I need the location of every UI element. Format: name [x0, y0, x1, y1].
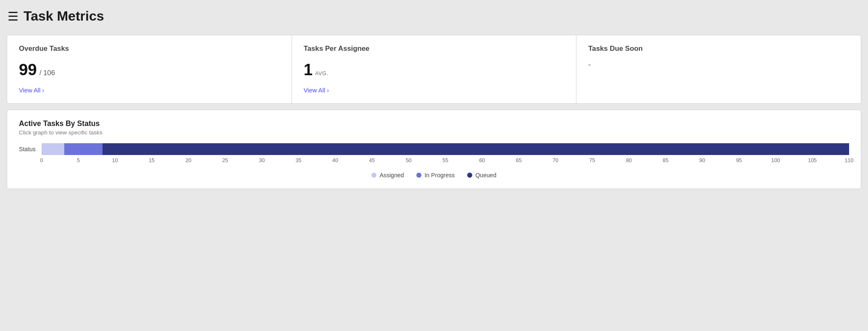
bar-segment-in-progress[interactable]	[64, 143, 103, 155]
legend-dot-assigned	[371, 173, 376, 178]
x-axis-container: 0510152025303540455055606570758085909510…	[42, 158, 849, 166]
x-tick-30: 30	[259, 158, 265, 163]
x-tick-5: 5	[77, 158, 80, 163]
x-tick-95: 95	[736, 158, 742, 163]
metrics-top-row: Overdue Tasks99/ 106View All ›Tasks Per …	[7, 35, 861, 104]
legend-item-queued: Queued	[467, 172, 496, 179]
x-tick-15: 15	[149, 158, 155, 163]
x-tick-90: 90	[700, 158, 705, 163]
legend-label-queued: Queued	[475, 172, 496, 179]
page-title: Task Metrics	[24, 8, 104, 24]
x-tick-40: 40	[332, 158, 338, 163]
metric-value-row-overdue-tasks: 99/ 106	[19, 60, 280, 79]
bar-track[interactable]	[42, 143, 849, 155]
x-tick-100: 100	[771, 158, 780, 163]
chart-subtitle: Click graph to view specific tasks	[19, 129, 849, 136]
x-tick-105: 105	[808, 158, 817, 163]
page-header: ☰ Task Metrics	[7, 7, 861, 28]
x-tick-45: 45	[369, 158, 375, 163]
x-tick-75: 75	[589, 158, 595, 163]
chart-panel: Active Tasks By Status Click graph to vi…	[7, 110, 861, 189]
metric-card-overdue-tasks: Overdue Tasks99/ 106View All ›	[7, 35, 292, 103]
metric-suffix-overdue-tasks: / 106	[39, 69, 55, 77]
metric-big-overdue-tasks: 99	[19, 60, 37, 79]
x-tick-60: 60	[479, 158, 485, 163]
bar-segment-assigned[interactable]	[42, 143, 64, 155]
x-tick-85: 85	[663, 158, 668, 163]
bar-segment-queued[interactable]	[103, 143, 849, 155]
metric-card-tasks-due-soon: Tasks Due Soon-	[576, 35, 861, 103]
bar-label: Status	[19, 146, 42, 152]
x-tick-110: 110	[845, 158, 854, 163]
x-tick-0: 0	[40, 158, 43, 163]
legend-dot-in-progress	[416, 173, 421, 178]
metric-avg-tasks-per-assignee: AVG.	[315, 71, 328, 76]
x-tick-35: 35	[296, 158, 302, 163]
x-tick-50: 50	[406, 158, 412, 163]
x-tick-20: 20	[186, 158, 192, 163]
legend-item-assigned: Assigned	[371, 172, 404, 179]
bar-row[interactable]: Status	[42, 143, 849, 155]
view-all-link-tasks-per-assignee[interactable]: View All ›	[304, 87, 329, 94]
legend-item-in-progress: In Progress	[416, 172, 455, 179]
metric-value-row-tasks-per-assignee: 1AVG.	[304, 60, 565, 79]
x-tick-65: 65	[516, 158, 522, 163]
task-list-icon: ☰	[8, 9, 18, 24]
legend-dot-queued	[467, 173, 472, 178]
x-tick-10: 10	[112, 158, 118, 163]
metric-big-tasks-per-assignee: 1	[304, 60, 313, 79]
bar-chart-area[interactable]: Status 051015202530354045505560657075808…	[42, 143, 849, 166]
metric-title-tasks-per-assignee: Tasks Per Assignee	[304, 45, 565, 53]
chart-title: Active Tasks By Status	[19, 119, 849, 128]
view-all-link-overdue-tasks[interactable]: View All ›	[19, 87, 44, 94]
chart-legend: AssignedIn ProgressQueued	[19, 172, 849, 179]
metric-card-tasks-per-assignee: Tasks Per Assignee1AVG.View All ›	[292, 35, 577, 103]
legend-label-assigned: Assigned	[379, 172, 404, 179]
x-tick-80: 80	[626, 158, 632, 163]
metric-title-tasks-due-soon: Tasks Due Soon	[588, 45, 849, 53]
legend-label-in-progress: In Progress	[424, 172, 455, 179]
x-tick-55: 55	[442, 158, 448, 163]
x-tick-70: 70	[552, 158, 558, 163]
metric-dash-tasks-due-soon: -	[588, 60, 849, 69]
metric-title-overdue-tasks: Overdue Tasks	[19, 45, 280, 53]
x-tick-25: 25	[222, 158, 228, 163]
